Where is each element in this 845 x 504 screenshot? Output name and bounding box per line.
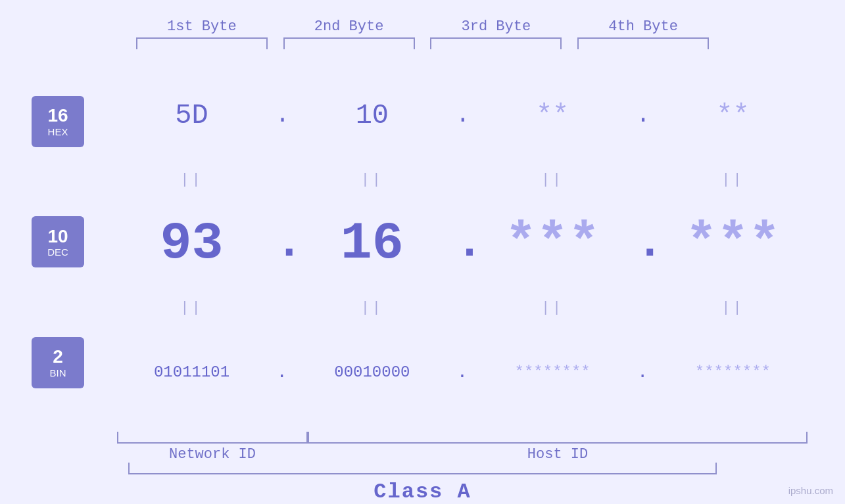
bin-byte-1: 01011101: [126, 363, 258, 381]
dec-dot-1: .: [276, 221, 289, 267]
class-section: Class A: [0, 463, 845, 504]
network-bracket: [117, 432, 308, 444]
dec-dot-3: .: [636, 221, 649, 267]
byte-header-1: 1st Byte: [136, 18, 268, 35]
hex-row: 5D . 10 . ** . **: [84, 61, 840, 170]
hex-badge-label: HEX: [48, 126, 68, 137]
bracket-4: [577, 37, 709, 49]
equals-8: ||: [667, 300, 798, 316]
bracket-3: [430, 37, 562, 49]
bin-badge: 2 BIN: [32, 337, 84, 388]
byte-header-3: 3rd Byte: [430, 18, 562, 35]
equals-7: ||: [487, 300, 618, 316]
network-host-brackets: Network ID Host ID: [84, 426, 840, 463]
hex-dot-2: .: [456, 104, 469, 127]
hex-dot-1: .: [276, 104, 289, 127]
hex-byte-1: 5D: [126, 100, 258, 131]
hex-badge: 16 HEX: [32, 96, 84, 147]
dec-badge-label: DEC: [47, 246, 68, 258]
bin-dot-2: .: [456, 362, 469, 382]
network-label: Network ID: [117, 446, 308, 463]
equals-row-2: || || || ||: [84, 298, 840, 318]
bracket-2: [283, 37, 415, 49]
dec-byte-3: ***: [487, 214, 618, 273]
hex-byte-4: **: [667, 100, 798, 131]
bin-byte-2: 00010000: [306, 363, 438, 381]
bin-badge-label: BIN: [49, 367, 66, 378]
equals-6: ||: [306, 300, 438, 316]
hex-byte-3: **: [487, 100, 618, 131]
bin-badge-number: 2: [53, 347, 63, 367]
equals-2: ||: [306, 172, 438, 188]
byte-header-2: 2nd Byte: [283, 18, 415, 35]
dec-row: 93 . 16 . *** . ***: [84, 189, 840, 298]
class-label: Class A: [128, 480, 717, 504]
bin-dot-3: .: [636, 362, 649, 382]
bin-dot-1: .: [276, 362, 289, 382]
dec-byte-2: 16: [306, 214, 438, 273]
bin-row: 01011101 . 00010000 . ******** . *******…: [84, 318, 840, 426]
equals-5: ||: [126, 300, 258, 316]
main-container: 1st Byte 2nd Byte 3rd Byte 4th Byte 16 H…: [0, 0, 845, 504]
dec-byte-4: ***: [667, 214, 798, 273]
byte-header-4: 4th Byte: [577, 18, 709, 35]
byte-headers-row: 1st Byte 2nd Byte 3rd Byte 4th Byte: [0, 18, 845, 35]
ip-grid: 5D . 10 . ** . ** || || || || 93: [84, 61, 845, 463]
dec-badge-number: 10: [47, 227, 68, 247]
main-area: 16 HEX 10 DEC 2 BIN 5D . 10 . ** . **: [0, 61, 845, 463]
equals-3: ||: [487, 172, 618, 188]
host-bracket: [308, 432, 808, 444]
bracket-1: [136, 37, 268, 49]
watermark: ipshu.com: [788, 485, 833, 496]
hex-dot-3: .: [636, 104, 649, 127]
dec-dot-2: .: [456, 221, 469, 267]
badges-column: 16 HEX 10 DEC 2 BIN: [0, 61, 84, 463]
class-bracket: [128, 463, 717, 474]
host-label: Host ID: [308, 446, 808, 463]
hex-byte-2: 10: [306, 100, 438, 131]
top-brackets: [0, 37, 845, 49]
bin-byte-4: ********: [667, 363, 798, 381]
bin-byte-3: ********: [487, 363, 618, 381]
equals-1: ||: [126, 172, 258, 188]
equals-4: ||: [667, 172, 798, 188]
dec-badge: 10 DEC: [32, 216, 84, 267]
hex-badge-number: 16: [47, 106, 68, 126]
dec-byte-1: 93: [126, 214, 258, 273]
equals-row-1: || || || ||: [84, 170, 840, 189]
